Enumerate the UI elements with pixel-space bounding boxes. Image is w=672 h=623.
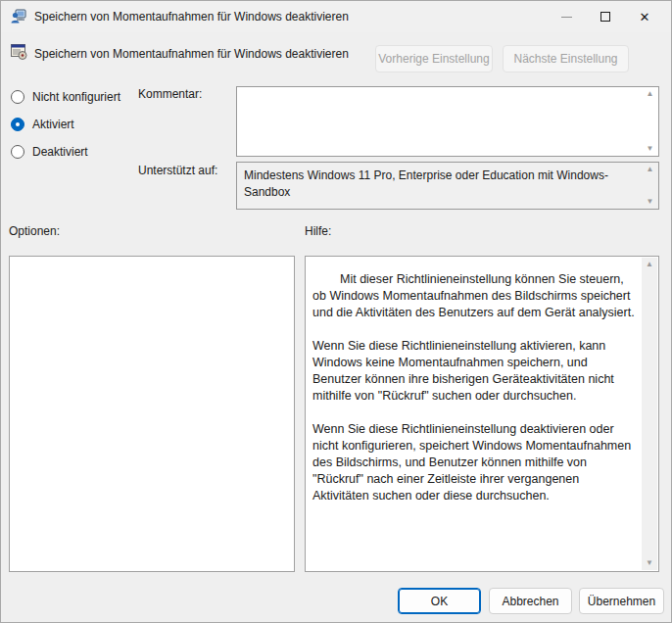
ok-button[interactable]: OK	[398, 588, 481, 614]
cancel-button[interactable]: Abbrechen	[489, 588, 572, 614]
supported-on-label: Unterstützt auf:	[138, 164, 217, 177]
radio-circle-icon	[11, 145, 24, 159]
maximize-button[interactable]	[586, 1, 625, 32]
comment-box: ▲ ▼	[236, 86, 659, 157]
help-label: Hilfe:	[305, 224, 331, 238]
radio-circle-icon	[11, 90, 24, 104]
comment-scrollbar[interactable]: ▲ ▼	[643, 88, 657, 155]
scroll-up-icon[interactable]: ▲	[642, 258, 657, 271]
radio-disabled[interactable]: Deaktiviert	[11, 145, 88, 159]
minimize-button[interactable]	[547, 1, 586, 32]
group-policy-user-icon	[11, 9, 26, 24]
supported-on-value: Mindestens Windows 11 Pro, Enterprise od…	[244, 168, 637, 201]
maximize-icon	[600, 12, 610, 22]
help-text: Mit dieser Richtlinieneinstellung können…	[306, 257, 642, 571]
scroll-down-icon[interactable]: ▼	[643, 143, 657, 155]
radio-circle-icon	[11, 118, 24, 131]
window-title: Speichern von Momentaufnahmen für Window…	[34, 10, 349, 24]
help-paragraph: Mit dieser Richtlinieneinstellung können…	[312, 271, 636, 321]
supported-on-box: Mindestens Windows 11 Pro, Enterprise od…	[236, 162, 659, 210]
comment-input[interactable]	[237, 87, 643, 156]
options-label: Optionen:	[9, 224, 60, 238]
policy-setting-icon	[11, 44, 27, 61]
close-button[interactable]: ✕	[625, 1, 664, 32]
policy-setting-dialog: Speichern von Momentaufnahmen für Window…	[0, 0, 672, 623]
comment-label: Kommentar:	[138, 87, 202, 101]
radio-not-configured-label: Nicht konfiguriert	[32, 90, 120, 104]
help-panel: Mit dieser Richtlinieneinstellung können…	[305, 256, 659, 572]
scroll-down-icon[interactable]: ▼	[643, 196, 657, 208]
scroll-up-icon[interactable]: ▲	[643, 164, 657, 175]
radio-enabled[interactable]: Aktiviert	[11, 118, 74, 131]
next-setting-button[interactable]: Nächste Einstellung	[503, 45, 629, 72]
previous-setting-button[interactable]: Vorherige Einstellung	[375, 45, 493, 72]
radio-not-configured[interactable]: Nicht konfiguriert	[11, 90, 120, 104]
help-paragraph: Wenn Sie diese Richtlinieneinstellung de…	[312, 421, 636, 504]
radio-enabled-label: Aktiviert	[32, 118, 74, 131]
minimize-icon	[561, 17, 572, 18]
close-icon: ✕	[640, 11, 650, 24]
supported-scrollbar[interactable]: ▲ ▼	[643, 164, 657, 208]
policy-title: Speichern von Momentaufnahmen für Window…	[34, 47, 349, 61]
help-scrollbar[interactable]: ▲ ▼	[642, 258, 657, 570]
radio-disabled-label: Deaktiviert	[32, 145, 88, 159]
scroll-down-icon[interactable]: ▼	[642, 556, 657, 570]
options-panel	[9, 256, 295, 572]
scroll-up-icon[interactable]: ▲	[643, 88, 657, 100]
titlebar: Speichern von Momentaufnahmen für Window…	[1, 1, 671, 32]
help-paragraph: Wenn Sie diese Richtlinieneinstellung ak…	[312, 338, 636, 405]
apply-button[interactable]: Übernehmen	[579, 588, 664, 614]
